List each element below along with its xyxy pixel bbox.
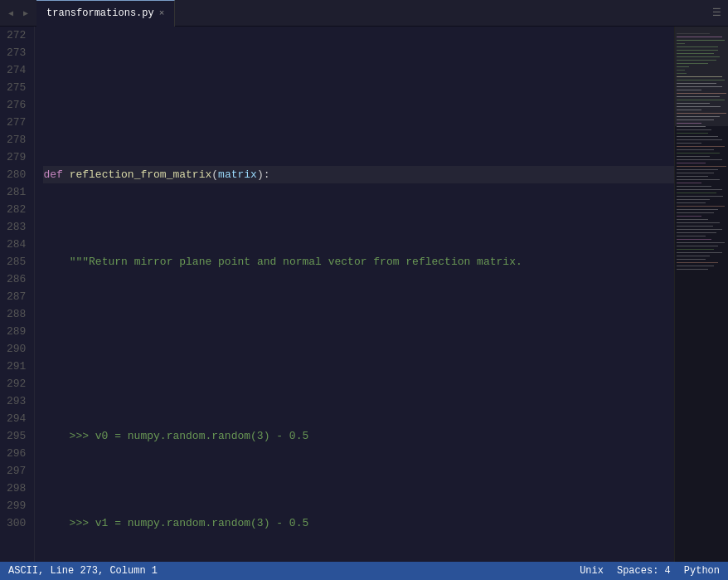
svg-rect-37 — [677, 153, 720, 154]
svg-rect-54 — [677, 209, 718, 210]
svg-rect-51 — [677, 199, 710, 200]
svg-rect-64 — [677, 242, 725, 243]
code-content[interactable]: def reflection_from_matrix(matrix): """R… — [35, 27, 674, 562]
code-line-277: >>> v1 = numpy.random.random(3) - 0.5 — [43, 514, 674, 532]
tab-prev-button[interactable]: ◀ — [5, 7, 17, 20]
svg-rect-40 — [677, 163, 706, 163]
code-line-276: >>> v0 = numpy.random.random(3) - 0.5 — [43, 427, 674, 445]
svg-rect-46 — [677, 183, 701, 183]
tab-close-button[interactable]: × — [159, 9, 165, 18]
tab-bar: ◀ ▶ transformations.py × ☰ — [0, 0, 728, 27]
code-line-272 — [43, 79, 674, 96]
svg-rect-57 — [677, 219, 708, 220]
svg-rect-36 — [677, 149, 714, 150]
svg-rect-52 — [677, 202, 706, 203]
code-line-274: """Return mirror plane point and normal … — [43, 253, 674, 271]
code-line-275 — [43, 340, 674, 358]
svg-rect-41 — [677, 166, 726, 167]
svg-rect-61 — [677, 232, 716, 233]
svg-rect-67 — [677, 252, 722, 253]
code-line-273: def reflection_from_matrix(matrix): — [43, 166, 674, 183]
svg-rect-60 — [677, 229, 722, 230]
svg-rect-55 — [677, 212, 714, 213]
minimap-viewport — [675, 27, 728, 126]
svg-rect-53 — [677, 206, 725, 207]
svg-rect-49 — [677, 193, 716, 193]
svg-rect-58 — [677, 222, 720, 223]
svg-rect-68 — [677, 256, 710, 256]
minimap[interactable] — [674, 27, 728, 562]
status-bar: ASCII, Line 273, Column 1 Unix Spaces: 4… — [0, 562, 728, 580]
svg-rect-66 — [677, 249, 714, 250]
svg-rect-32 — [677, 136, 718, 137]
status-right: Unix Spaces: 4 Python — [580, 565, 720, 577]
svg-rect-59 — [677, 226, 713, 227]
svg-rect-29 — [677, 126, 706, 127]
status-line-ending[interactable]: Unix — [580, 565, 604, 577]
svg-rect-45 — [677, 179, 720, 180]
code-area[interactable]: 272 273 274 275 276 277 278 279 280 281 … — [0, 27, 674, 562]
svg-rect-62 — [677, 236, 706, 236]
svg-rect-42 — [677, 169, 718, 170]
tab-nav-buttons: ◀ ▶ — [0, 7, 36, 20]
svg-rect-47 — [677, 186, 711, 187]
svg-rect-39 — [677, 159, 722, 160]
svg-rect-69 — [677, 259, 706, 260]
tab-menu-button[interactable]: ☰ — [706, 7, 728, 19]
editor-container: 272 273 274 275 276 277 278 279 280 281 … — [0, 27, 728, 562]
status-indent[interactable]: Spaces: 4 — [617, 565, 671, 577]
svg-rect-72 — [677, 269, 708, 270]
tab-transformations[interactable]: transformations.py × — [36, 0, 175, 27]
svg-rect-34 — [677, 143, 701, 144]
svg-rect-70 — [677, 262, 718, 263]
svg-rect-30 — [677, 129, 711, 130]
svg-rect-38 — [677, 156, 710, 157]
svg-rect-43 — [677, 173, 714, 173]
svg-rect-56 — [677, 216, 701, 217]
status-language[interactable]: Python — [684, 565, 720, 577]
svg-rect-44 — [677, 176, 708, 177]
tab-next-button[interactable]: ▶ — [20, 7, 32, 20]
tab-filename: transformations.py — [46, 7, 154, 19]
svg-rect-71 — [677, 266, 714, 266]
svg-rect-63 — [677, 239, 711, 240]
status-position[interactable]: ASCII, Line 273, Column 1 — [8, 565, 158, 577]
svg-rect-65 — [677, 246, 718, 246]
svg-rect-35 — [677, 146, 725, 147]
svg-rect-33 — [677, 139, 722, 140]
svg-rect-31 — [677, 133, 708, 134]
svg-rect-50 — [677, 196, 723, 197]
svg-rect-48 — [677, 189, 722, 190]
line-numbers: 272 273 274 275 276 277 278 279 280 281 … — [0, 27, 35, 562]
